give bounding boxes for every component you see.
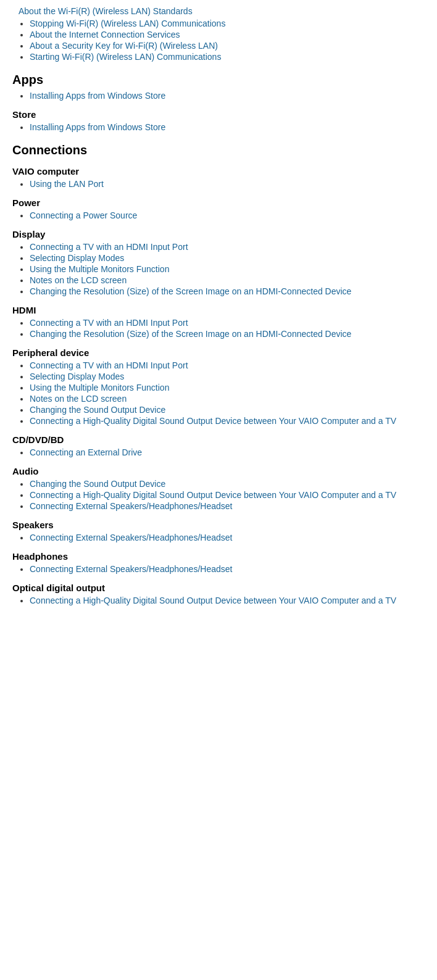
- link-display-modes-1[interactable]: Selecting Display Modes: [30, 253, 124, 263]
- subsection-heading-audio: Audio: [12, 466, 425, 476]
- speakers-links: Connecting External Speakers/Headphones/…: [12, 533, 425, 542]
- link-lcd-screen-2[interactable]: Notes on the LCD screen: [30, 394, 127, 404]
- list-item: Stopping Wi-Fi(R) (Wireless LAN) Communi…: [30, 19, 425, 28]
- apps-links-list: Installing Apps from Windows Store: [12, 91, 425, 101]
- list-item: About the Internet Connection Services: [30, 30, 425, 39]
- link-installing-apps-1[interactable]: Installing Apps from Windows Store: [30, 91, 165, 101]
- top-links-list: Stopping Wi-Fi(R) (Wireless LAN) Communi…: [12, 19, 425, 62]
- link-high-quality-sound-1[interactable]: Connecting a High-Quality Digital Sound …: [30, 416, 396, 426]
- list-item: Changing the Resolution (Size) of the Sc…: [30, 286, 425, 296]
- link-external-speakers-3[interactable]: Connecting External Speakers/Headphones/…: [30, 564, 232, 574]
- link-stopping-wifi[interactable]: Stopping Wi-Fi(R) (Wireless LAN) Communi…: [30, 19, 225, 28]
- list-item: Changing the Resolution (Size) of the Sc…: [30, 329, 425, 339]
- subsection-optical-digital-output: Optical digital output Connecting a High…: [12, 583, 425, 605]
- power-links: Connecting a Power Source: [12, 210, 425, 220]
- subsection-heading-peripheral-device: Peripheral device: [12, 347, 425, 358]
- link-lan-port[interactable]: Using the LAN Port: [30, 179, 104, 189]
- list-item: Changing the Sound Output Device: [30, 479, 425, 489]
- link-installing-apps-2[interactable]: Installing Apps from Windows Store: [30, 122, 165, 132]
- section-heading-store: Store: [12, 109, 425, 120]
- link-external-speakers-1[interactable]: Connecting External Speakers/Headphones/…: [30, 501, 232, 511]
- subsection-heading-hdmi: HDMI: [12, 305, 425, 315]
- list-item: Using the LAN Port: [30, 179, 425, 189]
- list-item: Connecting an External Drive: [30, 447, 425, 457]
- list-item: Selecting Display Modes: [30, 372, 425, 381]
- link-resolution-hdmi-1[interactable]: Changing the Resolution (Size) of the Sc…: [30, 286, 351, 296]
- link-tv-hdmi-1[interactable]: Connecting a TV with an HDMI Input Port: [30, 242, 188, 252]
- list-item: Installing Apps from Windows Store: [30, 91, 425, 101]
- link-resolution-hdmi-2[interactable]: Changing the Resolution (Size) of the Sc…: [30, 329, 351, 339]
- link-wifi-standards[interactable]: About the Wi-Fi(R) (Wireless LAN) Standa…: [19, 6, 193, 16]
- subsection-heading-optical-digital-output: Optical digital output: [12, 583, 425, 593]
- link-multiple-monitors-1[interactable]: Using the Multiple Monitors Function: [30, 264, 169, 274]
- link-internet-connection[interactable]: About the Internet Connection Services: [30, 30, 180, 39]
- subsection-hdmi: HDMI Connecting a TV with an HDMI Input …: [12, 305, 425, 339]
- list-item: Connecting External Speakers/Headphones/…: [30, 564, 425, 574]
- subsection-display: Display Connecting a TV with an HDMI Inp…: [12, 229, 425, 296]
- headphones-links: Connecting External Speakers/Headphones/…: [12, 564, 425, 574]
- link-multiple-monitors-2[interactable]: Using the Multiple Monitors Function: [30, 383, 169, 392]
- link-tv-hdmi-3[interactable]: Connecting a TV with an HDMI Input Port: [30, 360, 188, 370]
- link-high-quality-sound-3[interactable]: Connecting a High-Quality Digital Sound …: [30, 596, 396, 605]
- cd-dvd-bd-links: Connecting an External Drive: [12, 447, 425, 457]
- subsection-speakers: Speakers Connecting External Speakers/He…: [12, 520, 425, 542]
- list-item: Connecting External Speakers/Headphones/…: [30, 533, 425, 542]
- link-tv-hdmi-2[interactable]: Connecting a TV with an HDMI Input Port: [30, 318, 188, 328]
- hdmi-links: Connecting a TV with an HDMI Input Port …: [12, 318, 425, 339]
- link-security-key[interactable]: About a Security Key for Wi-Fi(R) (Wirel…: [30, 41, 218, 51]
- list-item: Notes on the LCD screen: [30, 394, 425, 404]
- section-connections: Connections VAIO computer Using the LAN …: [12, 143, 425, 605]
- link-high-quality-sound-2[interactable]: Connecting a High-Quality Digital Sound …: [30, 490, 396, 500]
- subsection-heading-power: Power: [12, 197, 425, 208]
- optical-links: Connecting a High-Quality Digital Sound …: [12, 596, 425, 605]
- audio-links: Changing the Sound Output Device Connect…: [12, 479, 425, 511]
- subsection-headphones: Headphones Connecting External Speakers/…: [12, 551, 425, 574]
- link-sound-output-2[interactable]: Changing the Sound Output Device: [30, 479, 165, 489]
- link-external-drive[interactable]: Connecting an External Drive: [30, 447, 142, 457]
- vaio-computer-links: Using the LAN Port: [12, 179, 425, 189]
- list-item: Connecting a High-Quality Digital Sound …: [30, 416, 425, 426]
- subsection-heading-vaio-computer: VAIO computer: [12, 166, 425, 176]
- link-starting-wifi[interactable]: Starting Wi-Fi(R) (Wireless LAN) Communi…: [30, 52, 221, 62]
- link-lcd-screen-1[interactable]: Notes on the LCD screen: [30, 275, 127, 285]
- list-item: Installing Apps from Windows Store: [30, 122, 425, 132]
- list-item: Using the Multiple Monitors Function: [30, 264, 425, 274]
- list-item: Connecting a High-Quality Digital Sound …: [30, 596, 425, 605]
- top-link-wifi-standards[interactable]: About the Wi-Fi(R) (Wireless LAN) Standa…: [12, 6, 425, 16]
- list-item: Connecting a TV with an HDMI Input Port: [30, 318, 425, 328]
- subsection-heading-display: Display: [12, 229, 425, 239]
- link-power-source[interactable]: Connecting a Power Source: [30, 210, 137, 220]
- subsection-heading-speakers: Speakers: [12, 520, 425, 530]
- list-item: Using the Multiple Monitors Function: [30, 383, 425, 392]
- subsection-heading-cd-dvd-bd: CD/DVD/BD: [12, 434, 425, 445]
- list-item: Connecting External Speakers/Headphones/…: [30, 501, 425, 511]
- list-item: Notes on the LCD screen: [30, 275, 425, 285]
- subsection-audio: Audio Changing the Sound Output Device C…: [12, 466, 425, 511]
- section-store: Store Installing Apps from Windows Store: [12, 109, 425, 132]
- section-apps: Apps Installing Apps from Windows Store: [12, 73, 425, 101]
- display-links: Connecting a TV with an HDMI Input Port …: [12, 242, 425, 296]
- peripheral-links: Connecting a TV with an HDMI Input Port …: [12, 360, 425, 426]
- store-links-list: Installing Apps from Windows Store: [12, 122, 425, 132]
- section-heading-connections: Connections: [12, 143, 425, 157]
- link-external-speakers-2[interactable]: Connecting External Speakers/Headphones/…: [30, 533, 232, 542]
- subsection-peripheral-device: Peripheral device Connecting a TV with a…: [12, 347, 425, 426]
- list-item: Selecting Display Modes: [30, 253, 425, 263]
- list-item: About a Security Key for Wi-Fi(R) (Wirel…: [30, 41, 425, 51]
- list-item: Connecting a Power Source: [30, 210, 425, 220]
- list-item: Connecting a TV with an HDMI Input Port: [30, 242, 425, 252]
- subsection-vaio-computer: VAIO computer Using the LAN Port: [12, 166, 425, 189]
- list-item: Connecting a TV with an HDMI Input Port: [30, 360, 425, 370]
- list-item: Changing the Sound Output Device: [30, 405, 425, 415]
- list-item: Starting Wi-Fi(R) (Wireless LAN) Communi…: [30, 52, 425, 62]
- link-display-modes-2[interactable]: Selecting Display Modes: [30, 372, 124, 381]
- section-heading-apps: Apps: [12, 73, 425, 87]
- subsection-cd-dvd-bd: CD/DVD/BD Connecting an External Drive: [12, 434, 425, 457]
- list-item: Connecting a High-Quality Digital Sound …: [30, 490, 425, 500]
- link-sound-output-1[interactable]: Changing the Sound Output Device: [30, 405, 165, 415]
- subsection-power: Power Connecting a Power Source: [12, 197, 425, 220]
- subsection-heading-headphones: Headphones: [12, 551, 425, 562]
